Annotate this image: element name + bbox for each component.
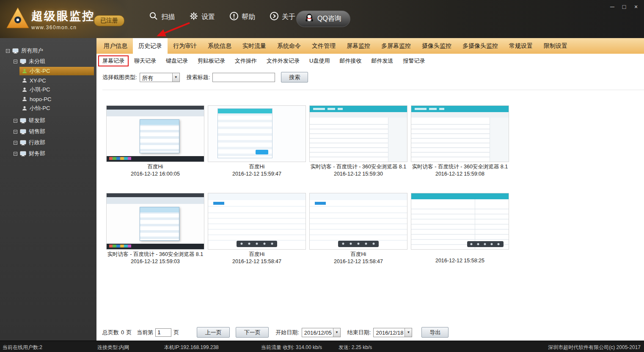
minimize-button[interactable]: ─	[608, 3, 617, 11]
screenshot-title: 百度Hi	[107, 163, 204, 170]
chevron-down-icon[interactable]: ▼	[405, 328, 412, 337]
tab-alarm-records[interactable]: 报警记录	[399, 55, 429, 66]
tab-restriction-settings[interactable]: 限制设置	[538, 38, 573, 54]
start-date-select[interactable]: 2016/12/05 ▼	[302, 328, 341, 337]
tree-computer-xy-pc[interactable]: XY-PC	[22, 76, 46, 85]
tree-computer-xiaoqi-pc[interactable]: 小琪-PC	[22, 85, 50, 94]
screenshot-type-label: 选择截图类型:	[102, 74, 137, 81]
tree-group-sales-dept[interactable]: 销售部	[14, 127, 45, 136]
user-avatar-icon	[22, 78, 27, 83]
gallery-item[interactable]: 百度Hi 2016-12-12 16:00:05	[107, 106, 204, 177]
tree-group-finance-dept[interactable]: 财务部	[14, 149, 45, 158]
collapse-icon[interactable]	[14, 130, 17, 134]
screenshot-title: 实时访客 - 百度统计 - 360安全浏览器 8.1	[411, 163, 509, 170]
screenshot-title	[411, 251, 509, 257]
gallery-item[interactable]: 实时访客 - 百度统计 - 360安全浏览器 8.1 2016-12-12 15…	[310, 106, 407, 177]
tab-clipboard-records[interactable]: 剪贴板记录	[193, 55, 229, 66]
collapse-icon[interactable]	[14, 152, 17, 156]
tab-camera-monitor[interactable]: 摄像头监控	[416, 38, 457, 54]
search-title-input[interactable]	[212, 73, 275, 82]
tree-label: 小琪-PC	[30, 86, 50, 94]
screenshot-type-value: 所有	[140, 73, 172, 82]
status-connection-type: 连接类型:内网	[97, 344, 129, 351]
status-local-ip: 本机IP:192.168.199.238	[164, 344, 219, 351]
settings-button[interactable]: 设置	[189, 11, 215, 22]
tab-user-info[interactable]: 用户信息	[98, 38, 133, 54]
total-pages-label: 总页数	[102, 329, 119, 336]
user-avatar-icon	[22, 69, 27, 74]
tab-multi-camera-monitor[interactable]: 多摄像头监控	[457, 38, 504, 54]
about-button[interactable]: 关于	[270, 11, 295, 22]
tree-computer-xiaozhu-pc[interactable]: 小朱-PC	[19, 67, 94, 75]
gear-icon	[189, 11, 198, 22]
close-button[interactable]: ×	[631, 3, 641, 11]
screenshot-thumbnail	[107, 106, 204, 162]
collapse-icon[interactable]	[14, 141, 17, 145]
tab-history-records[interactable]: 历史记录	[133, 38, 168, 54]
titlebar: 超级眼监控 www.360mon.cn 已注册 扫描 设置 帮助	[0, 0, 644, 38]
tab-keylog-records[interactable]: 键盘记录	[162, 55, 192, 66]
screenshot-thumbnail	[411, 193, 509, 249]
about-icon	[270, 11, 279, 22]
end-date-value: 2016/12/18	[374, 328, 405, 337]
gallery-item[interactable]: 实时访客 - 百度统计 - 360安全浏览器 8.1 2016-12-12 15…	[411, 106, 509, 177]
export-button[interactable]: 导出	[421, 327, 449, 338]
app-website: www.360mon.cn	[31, 25, 95, 30]
computer-group-icon	[20, 118, 26, 124]
collapse-icon[interactable]	[14, 119, 17, 123]
tab-system-info[interactable]: 系统信息	[202, 38, 237, 54]
tree-group-admin-dept[interactable]: 行政部	[14, 138, 45, 147]
gallery-item[interactable]: 百度Hi 2016-12-12 15:59:47	[208, 106, 305, 177]
screenshot-timestamp: 2016-12-12 15:58:47	[208, 258, 305, 264]
tab-mail-received[interactable]: 邮件接收	[335, 55, 366, 66]
help-button[interactable]: 帮助	[229, 11, 255, 22]
gallery-item[interactable]: 实时访客 - 百度统计 - 360安全浏览器 8.1 2016-12-12 15…	[107, 193, 204, 264]
tab-file-operations[interactable]: 文件操作	[231, 55, 261, 66]
tab-behavior-audit[interactable]: 行为审计	[168, 38, 202, 54]
scan-label: 扫描	[161, 13, 175, 22]
status-traffic-sent: 发送: 2.25 kb/s	[339, 344, 372, 351]
tree-group-rnd-dept[interactable]: 研发部	[14, 116, 45, 125]
next-page-button[interactable]: 下一页	[236, 327, 269, 338]
screenshot-type-select[interactable]: 所有 ▼	[140, 73, 180, 82]
tree-root-all-users[interactable]: 所有用户	[6, 47, 43, 55]
computer-group-icon	[20, 59, 26, 64]
computer-group-icon	[20, 151, 26, 157]
screenshot-thumbnail	[411, 106, 509, 162]
gallery-item[interactable]: 百度Hi 2016-12-12 15:58:47	[310, 193, 407, 264]
status-bar: 当前在线用户数:2 连接类型:内网 本机IP:192.168.199.238 当…	[0, 341, 644, 352]
qq-consult-button[interactable]: QQ咨询	[296, 11, 350, 27]
tab-file-outgoing-records[interactable]: 文件外发记录	[262, 55, 304, 66]
user-avatar-icon	[22, 96, 27, 102]
scan-button[interactable]: 扫描	[149, 11, 175, 22]
tab-realtime-traffic[interactable]: 实时流量	[237, 38, 272, 54]
tree-label: XY-PC	[30, 77, 46, 84]
tab-usb-usage[interactable]: U盘使用	[305, 55, 334, 66]
collapse-icon[interactable]	[14, 60, 17, 63]
screenshot-title: 百度Hi	[310, 251, 407, 258]
tab-screen-records[interactable]: 屏幕记录	[98, 55, 129, 66]
tab-chat-records[interactable]: 聊天记录	[130, 55, 160, 66]
search-button[interactable]: 搜索	[281, 72, 308, 82]
gallery-item[interactable]: 2016-12-12 15:58:25	[411, 193, 509, 264]
qq-penguin-icon	[305, 14, 314, 25]
tab-file-management[interactable]: 文件管理	[306, 38, 341, 54]
end-date-select[interactable]: 2016/12/18 ▼	[373, 328, 412, 337]
tree-label: 研发部	[29, 117, 45, 124]
gallery-item[interactable]: 百度Hi 2016-12-12 15:58:47	[208, 193, 305, 264]
maximize-button[interactable]: □	[619, 3, 629, 11]
tree-computer-xiaoyi-pc[interactable]: 小怡-PC	[22, 104, 50, 113]
tree-computer-hopo-pc[interactable]: hopo-PC	[22, 95, 51, 103]
tree-group-ungrouped[interactable]: 未分组	[14, 57, 45, 66]
tab-screen-monitor[interactable]: 屏幕监控	[341, 38, 376, 54]
tab-system-command[interactable]: 系统命令	[272, 38, 306, 54]
tab-multi-screen-monitor[interactable]: 多屏幕监控	[376, 38, 416, 54]
chevron-down-icon[interactable]: ▼	[172, 73, 179, 82]
tab-mail-sent[interactable]: 邮件发送	[367, 55, 397, 66]
current-page-input[interactable]	[155, 328, 171, 337]
prev-page-button[interactable]: 上一页	[197, 327, 230, 338]
chevron-down-icon[interactable]: ▼	[333, 328, 340, 337]
collapse-icon[interactable]	[6, 49, 10, 53]
pagination-bar: 总页数 0 页 当前第 页 上一页 下一页 开始日期: 2016/12/05 ▼…	[102, 327, 449, 338]
tab-general-settings[interactable]: 常规设置	[504, 38, 538, 54]
